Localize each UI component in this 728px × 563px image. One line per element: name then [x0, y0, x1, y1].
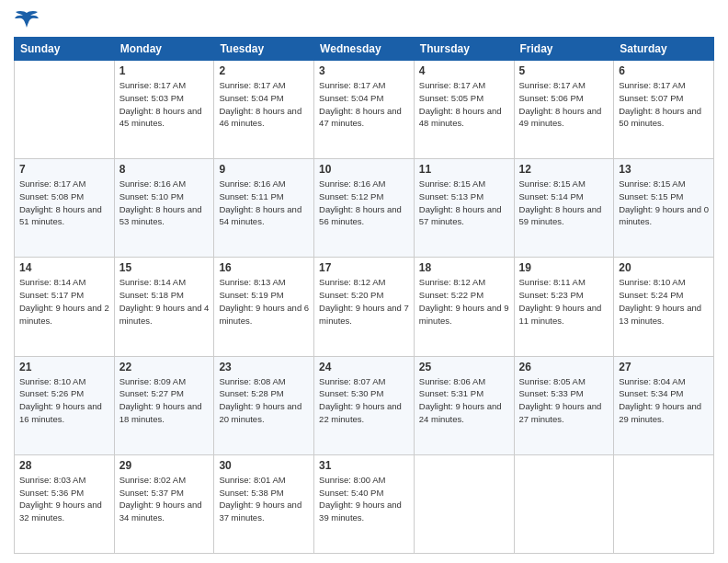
day-info: Sunrise: 8:10 AMSunset: 5:26 PMDaylight:…	[19, 375, 109, 426]
week-row-2: 7Sunrise: 8:17 AMSunset: 5:08 PMDaylight…	[15, 159, 714, 258]
day-number: 9	[219, 163, 309, 176]
day-info: Sunrise: 8:03 AMSunset: 5:36 PMDaylight:…	[19, 474, 109, 524]
header	[14, 9, 714, 31]
day-number: 27	[619, 361, 709, 373]
weekday-header-friday: Friday	[514, 38, 614, 61]
day-number: 25	[419, 361, 509, 373]
day-info: Sunrise: 8:09 AMSunset: 5:27 PMDaylight:…	[119, 375, 210, 426]
calendar-cell: 31Sunrise: 8:00 AMSunset: 5:40 PMDayligh…	[314, 454, 415, 553]
calendar-cell: 17Sunrise: 8:12 AMSunset: 5:20 PMDayligh…	[314, 258, 415, 356]
day-number: 21	[19, 361, 109, 373]
calendar-cell: 15Sunrise: 8:14 AMSunset: 5:18 PMDayligh…	[114, 258, 214, 356]
day-info: Sunrise: 8:17 AMSunset: 5:08 PMDaylight:…	[19, 178, 109, 228]
day-info: Sunrise: 8:17 AMSunset: 5:04 PMDaylight:…	[219, 79, 309, 130]
calendar-cell: 16Sunrise: 8:13 AMSunset: 5:19 PMDayligh…	[214, 258, 314, 356]
calendar-cell: 14Sunrise: 8:14 AMSunset: 5:17 PMDayligh…	[15, 258, 115, 356]
calendar-cell: 26Sunrise: 8:05 AMSunset: 5:33 PMDayligh…	[514, 356, 614, 454]
day-number: 23	[219, 361, 309, 373]
calendar-cell	[514, 454, 614, 553]
day-info: Sunrise: 8:11 AMSunset: 5:23 PMDaylight:…	[519, 276, 609, 327]
week-row-1: 1Sunrise: 8:17 AMSunset: 5:03 PMDaylight…	[15, 61, 714, 159]
day-number: 22	[119, 361, 210, 373]
day-info: Sunrise: 8:17 AMSunset: 5:03 PMDaylight:…	[119, 79, 210, 130]
calendar-cell: 5Sunrise: 8:17 AMSunset: 5:06 PMDaylight…	[514, 61, 614, 159]
day-info: Sunrise: 8:00 AMSunset: 5:40 PMDaylight:…	[319, 474, 409, 524]
day-info: Sunrise: 8:13 AMSunset: 5:19 PMDaylight:…	[219, 276, 309, 327]
calendar-cell: 20Sunrise: 8:10 AMSunset: 5:24 PMDayligh…	[614, 258, 714, 356]
calendar-cell: 21Sunrise: 8:10 AMSunset: 5:26 PMDayligh…	[15, 356, 115, 454]
day-number: 12	[519, 163, 609, 176]
calendar-cell: 18Sunrise: 8:12 AMSunset: 5:22 PMDayligh…	[414, 258, 514, 356]
calendar-cell: 2Sunrise: 8:17 AMSunset: 5:04 PMDaylight…	[214, 61, 314, 159]
day-number: 3	[319, 64, 409, 77]
day-number: 13	[619, 163, 709, 176]
calendar-cell: 24Sunrise: 8:07 AMSunset: 5:30 PMDayligh…	[314, 356, 415, 454]
calendar-cell: 30Sunrise: 8:01 AMSunset: 5:38 PMDayligh…	[214, 454, 314, 553]
weekday-header-row: SundayMondayTuesdayWednesdayThursdayFrid…	[15, 38, 714, 61]
calendar-cell: 27Sunrise: 8:04 AMSunset: 5:34 PMDayligh…	[614, 356, 714, 454]
day-info: Sunrise: 8:06 AMSunset: 5:31 PMDaylight:…	[419, 375, 509, 426]
logo	[14, 9, 43, 31]
day-info: Sunrise: 8:17 AMSunset: 5:04 PMDaylight:…	[319, 79, 409, 130]
day-number: 16	[219, 261, 309, 274]
day-info: Sunrise: 8:12 AMSunset: 5:22 PMDaylight:…	[419, 276, 509, 327]
day-number: 30	[219, 459, 309, 472]
weekday-header-wednesday: Wednesday	[314, 38, 415, 61]
day-info: Sunrise: 8:05 AMSunset: 5:33 PMDaylight:…	[519, 375, 609, 426]
day-number: 8	[119, 163, 210, 176]
day-number: 18	[419, 261, 509, 274]
calendar-cell: 22Sunrise: 8:09 AMSunset: 5:27 PMDayligh…	[114, 356, 214, 454]
calendar-cell: 6Sunrise: 8:17 AMSunset: 5:07 PMDaylight…	[614, 61, 714, 159]
day-number: 19	[519, 261, 609, 274]
calendar-cell	[414, 454, 514, 553]
day-info: Sunrise: 8:15 AMSunset: 5:15 PMDaylight:…	[619, 178, 709, 228]
day-info: Sunrise: 8:01 AMSunset: 5:38 PMDaylight:…	[219, 474, 309, 524]
week-row-5: 28Sunrise: 8:03 AMSunset: 5:36 PMDayligh…	[15, 454, 714, 553]
calendar-cell: 28Sunrise: 8:03 AMSunset: 5:36 PMDayligh…	[15, 454, 115, 553]
calendar-body: 1Sunrise: 8:17 AMSunset: 5:03 PMDaylight…	[15, 61, 714, 554]
weekday-header-monday: Monday	[114, 38, 214, 61]
day-info: Sunrise: 8:17 AMSunset: 5:06 PMDaylight:…	[519, 79, 609, 130]
day-info: Sunrise: 8:12 AMSunset: 5:20 PMDaylight:…	[319, 276, 409, 327]
day-info: Sunrise: 8:14 AMSunset: 5:17 PMDaylight:…	[19, 276, 109, 327]
calendar-cell: 8Sunrise: 8:16 AMSunset: 5:10 PMDaylight…	[114, 159, 214, 258]
calendar-cell: 12Sunrise: 8:15 AMSunset: 5:14 PMDayligh…	[514, 159, 614, 258]
day-number: 10	[319, 163, 409, 176]
calendar-cell	[614, 454, 714, 553]
day-number: 5	[519, 64, 609, 77]
day-number: 29	[119, 459, 210, 472]
day-number: 26	[519, 361, 609, 373]
day-number: 2	[219, 64, 309, 77]
calendar-table: SundayMondayTuesdayWednesdayThursdayFrid…	[14, 37, 714, 554]
day-info: Sunrise: 8:17 AMSunset: 5:07 PMDaylight:…	[619, 79, 709, 130]
day-info: Sunrise: 8:15 AMSunset: 5:14 PMDaylight:…	[519, 178, 609, 228]
day-info: Sunrise: 8:15 AMSunset: 5:13 PMDaylight:…	[419, 178, 509, 228]
day-number: 4	[419, 64, 509, 77]
day-number: 20	[619, 261, 709, 274]
day-number: 11	[419, 163, 509, 176]
day-info: Sunrise: 8:16 AMSunset: 5:12 PMDaylight:…	[319, 178, 409, 228]
week-row-4: 21Sunrise: 8:10 AMSunset: 5:26 PMDayligh…	[15, 356, 714, 454]
day-info: Sunrise: 8:14 AMSunset: 5:18 PMDaylight:…	[119, 276, 210, 327]
calendar-cell: 19Sunrise: 8:11 AMSunset: 5:23 PMDayligh…	[514, 258, 614, 356]
day-number: 17	[319, 261, 409, 274]
calendar-cell: 10Sunrise: 8:16 AMSunset: 5:12 PMDayligh…	[314, 159, 415, 258]
day-info: Sunrise: 8:17 AMSunset: 5:05 PMDaylight:…	[419, 79, 509, 130]
day-info: Sunrise: 8:10 AMSunset: 5:24 PMDaylight:…	[619, 276, 709, 327]
day-number: 1	[119, 64, 210, 77]
calendar-cell: 23Sunrise: 8:08 AMSunset: 5:28 PMDayligh…	[214, 356, 314, 454]
day-number: 14	[19, 261, 109, 274]
calendar-cell: 25Sunrise: 8:06 AMSunset: 5:31 PMDayligh…	[414, 356, 514, 454]
day-number: 7	[19, 163, 109, 176]
calendar-cell: 11Sunrise: 8:15 AMSunset: 5:13 PMDayligh…	[414, 159, 514, 258]
day-info: Sunrise: 8:08 AMSunset: 5:28 PMDaylight:…	[219, 375, 309, 426]
day-info: Sunrise: 8:16 AMSunset: 5:10 PMDaylight:…	[119, 178, 210, 228]
page: SundayMondayTuesdayWednesdayThursdayFrid…	[0, 0, 728, 563]
day-number: 31	[319, 459, 409, 472]
logo-icon	[14, 9, 40, 31]
day-number: 24	[319, 361, 409, 373]
day-info: Sunrise: 8:07 AMSunset: 5:30 PMDaylight:…	[319, 375, 409, 426]
calendar-cell: 4Sunrise: 8:17 AMSunset: 5:05 PMDaylight…	[414, 61, 514, 159]
weekday-header-thursday: Thursday	[414, 38, 514, 61]
calendar-cell: 9Sunrise: 8:16 AMSunset: 5:11 PMDaylight…	[214, 159, 314, 258]
